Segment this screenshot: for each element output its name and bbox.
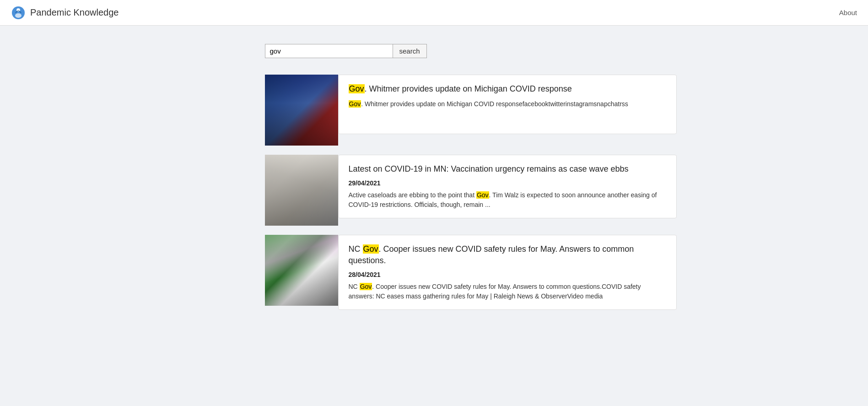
result-item: Gov. Whitmer provides update on Michigan… bbox=[265, 75, 677, 146]
highlight-gov-snippet: Gov bbox=[349, 100, 361, 108]
main-content: search Gov. Whitmer provides update on M… bbox=[183, 26, 686, 337]
highlight-gov: Gov bbox=[349, 84, 365, 93]
result-thumbnail bbox=[265, 155, 338, 226]
result-thumbnail bbox=[265, 235, 338, 306]
result-date: 28/04/2021 bbox=[349, 271, 666, 278]
result-title: NC Gov. Cooper issues new COVID safety r… bbox=[349, 244, 666, 266]
header-left: Pandemic Knowledge bbox=[11, 5, 119, 20]
result-card[interactable]: NC Gov. Cooper issues new COVID safety r… bbox=[338, 235, 677, 310]
snippet-prefix: NC bbox=[349, 283, 360, 290]
result-snippet: NC Gov. Cooper issues new COVID safety r… bbox=[349, 282, 666, 301]
result-snippet: Gov. Whitmer provides update on Michigan… bbox=[349, 99, 666, 109]
result-card[interactable]: Latest on COVID-19 in MN: Vaccination ur… bbox=[338, 155, 677, 218]
result-title-suffix: . Whitmer provides update on Michigan CO… bbox=[365, 84, 572, 93]
search-row: search bbox=[265, 44, 677, 58]
highlight-gov: Gov bbox=[476, 191, 489, 199]
about-link[interactable]: About bbox=[839, 9, 857, 16]
snippet-text: . Whitmer provides update on Michigan CO… bbox=[361, 100, 628, 108]
result-title: Gov. Whitmer provides update on Michigan… bbox=[349, 83, 666, 95]
snippet-prefix: Active caseloads are ebbing to the point… bbox=[349, 191, 476, 199]
search-input[interactable] bbox=[265, 44, 393, 58]
result-thumbnail bbox=[265, 75, 338, 146]
svg-point-2 bbox=[15, 13, 22, 18]
app-title: Pandemic Knowledge bbox=[30, 7, 119, 18]
results-list: Gov. Whitmer provides update on Michigan… bbox=[265, 75, 677, 319]
title-suffix: . Cooper issues new COVID safety rules f… bbox=[349, 244, 634, 265]
highlight-gov: Gov bbox=[363, 244, 379, 254]
search-button[interactable]: search bbox=[393, 44, 427, 58]
snippet-suffix: . Cooper issues new COVID safety rules f… bbox=[349, 283, 641, 300]
result-item: NC Gov. Cooper issues new COVID safety r… bbox=[265, 235, 677, 310]
result-item: Latest on COVID-19 in MN: Vaccination ur… bbox=[265, 155, 677, 226]
logo-icon bbox=[11, 5, 26, 20]
result-date: 29/04/2021 bbox=[349, 179, 666, 187]
title-prefix: NC bbox=[349, 244, 363, 254]
highlight-gov: Gov bbox=[360, 283, 372, 290]
result-snippet: Active caseloads are ebbing to the point… bbox=[349, 190, 666, 210]
result-title: Latest on COVID-19 in MN: Vaccination ur… bbox=[349, 163, 666, 175]
result-card[interactable]: Gov. Whitmer provides update on Michigan… bbox=[338, 75, 677, 134]
header: Pandemic Knowledge About bbox=[0, 0, 868, 26]
